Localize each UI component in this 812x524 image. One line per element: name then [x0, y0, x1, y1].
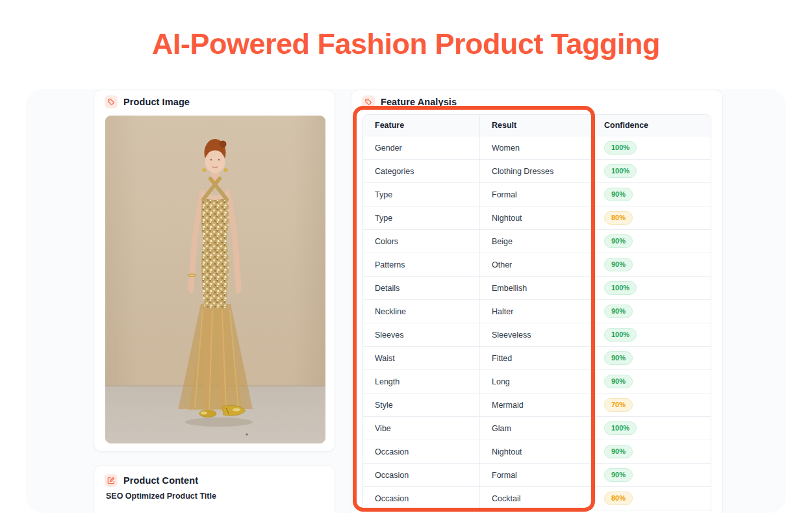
confidence-cell: 80% [592, 487, 711, 510]
feature-cell: Length [363, 370, 480, 393]
confidence-cell: 90% [592, 253, 711, 276]
tag-icon [362, 95, 375, 108]
result-cell: Women [480, 136, 592, 159]
seo-title-label: SEO Optimized Product Title [94, 485, 335, 501]
table-row: CategoriesClothing Dresses100% [363, 160, 711, 183]
result-cell: Other [480, 253, 592, 276]
product-photo-illustration [105, 116, 325, 443]
col-header-confidence: Confidence [592, 115, 711, 136]
confidence-cell: 80% [592, 206, 711, 229]
table-header-row: Feature Result Confidence [363, 115, 711, 136]
page-title: AI-Powered Fashion Product Tagging [0, 27, 812, 61]
feature-cell: Occasion [363, 440, 480, 463]
confidence-badge: 90% [604, 188, 633, 201]
feature-table-body: GenderWomen100%CategoriesClothing Dresse… [363, 136, 711, 510]
col-header-result: Result [480, 115, 592, 136]
table-row: WaistFitted90% [363, 347, 711, 370]
feature-cell: Sleeves [363, 323, 480, 346]
result-cell: Beige [480, 230, 592, 253]
result-cell: Embellish [480, 277, 592, 299]
result-cell: Formal [480, 183, 592, 206]
confidence-badge: 90% [604, 375, 633, 388]
feature-cell: Details [363, 277, 480, 299]
confidence-badge: 90% [604, 351, 633, 365]
confidence-cell: 100% [592, 136, 711, 159]
table-row: OccasionCocktail80% [363, 487, 711, 510]
confidence-cell: 100% [592, 323, 711, 346]
confidence-badge: 80% [604, 211, 633, 225]
confidence-badge: 90% [604, 305, 633, 318]
confidence-cell: 90% [592, 370, 711, 393]
table-row: OccasionFormal90% [363, 464, 711, 487]
feature-analysis-title: Feature Analysis [381, 97, 457, 107]
feature-table: Feature Result Confidence GenderWomen100… [362, 114, 711, 513]
confidence-cell: 100% [592, 417, 711, 440]
tag-icon [105, 95, 118, 108]
main-container: Product Image [26, 89, 786, 513]
result-cell: Fitted [480, 347, 592, 369]
feature-analysis-panel: Feature Analysis Feature Result Confiden… [351, 90, 723, 513]
feature-cell: Waist [363, 347, 480, 369]
confidence-badge: 100% [604, 141, 637, 155]
result-cell: Formal [480, 464, 592, 486]
result-cell: Nightout [480, 206, 592, 229]
table-row: VibeGlam100% [363, 417, 711, 440]
product-content-panel: Product Content SEO Optimized Product Ti… [94, 465, 335, 513]
product-content-header: Product Content [94, 466, 335, 485]
sequin-bodice [201, 198, 229, 309]
feature-cell: Occasion [363, 464, 480, 486]
table-row: GenderWomen100% [363, 136, 711, 160]
table-row: StyleMermaid70% [363, 393, 711, 417]
table-row: DetailsEmbellish100% [363, 277, 711, 300]
confidence-cell: 90% [592, 183, 711, 206]
table-row: OccasionNightout90% [363, 440, 711, 464]
confidence-cell: 90% [592, 230, 711, 253]
confidence-cell: 70% [592, 393, 711, 416]
result-cell: Nightout [480, 440, 592, 463]
feature-cell: Style [363, 393, 480, 416]
confidence-badge: 90% [604, 234, 633, 248]
confidence-cell: 100% [592, 160, 711, 182]
feature-cell: Type [363, 183, 480, 206]
product-photo [105, 116, 325, 443]
result-cell: Mermaid [480, 393, 592, 416]
feature-analysis-header: Feature Analysis [351, 90, 722, 110]
table-row: ColorsBeige90% [363, 230, 711, 253]
table-row: NecklineHalter90% [363, 300, 711, 323]
table-row: TypeNightout80% [363, 206, 711, 230]
result-cell: Sleeveless [480, 323, 592, 346]
feature-cell: Gender [363, 136, 480, 159]
confidence-badge: 100% [604, 164, 637, 178]
col-header-feature: Feature [363, 115, 480, 136]
confidence-badge: 100% [604, 328, 637, 342]
confidence-cell: 90% [592, 300, 711, 323]
product-content-title: Product Content [123, 475, 198, 486]
result-cell: Cocktail [480, 487, 592, 510]
product-image-header: Product Image [94, 90, 335, 110]
feature-cell: Vibe [363, 417, 480, 440]
result-cell: Glam [480, 417, 592, 440]
product-image-title: Product Image [123, 97, 190, 107]
feature-cell: Colors [363, 230, 480, 253]
confidence-cell: 90% [592, 464, 711, 486]
confidence-badge: 90% [604, 445, 633, 458]
feature-cell: Patterns [363, 253, 480, 276]
result-cell: Clothing Dresses [480, 160, 592, 182]
table-row: LengthLong90% [363, 370, 711, 393]
feature-cell: Categories [363, 160, 480, 182]
result-cell: Halter [480, 300, 592, 323]
confidence-badge: 100% [604, 421, 637, 435]
product-image-panel: Product Image [94, 90, 335, 452]
confidence-cell: 90% [592, 440, 711, 463]
confidence-badge: 80% [604, 492, 633, 505]
confidence-badge: 70% [604, 398, 633, 412]
edit-icon [105, 474, 118, 487]
table-row: PatternsOther90% [363, 253, 711, 277]
face [205, 151, 225, 173]
feature-cell: Neckline [363, 300, 480, 323]
confidence-cell: 90% [592, 347, 711, 369]
feature-cell: Type [363, 206, 480, 229]
confidence-badge: 90% [604, 468, 633, 482]
result-cell: Long [480, 370, 592, 393]
confidence-badge: 90% [604, 258, 633, 271]
